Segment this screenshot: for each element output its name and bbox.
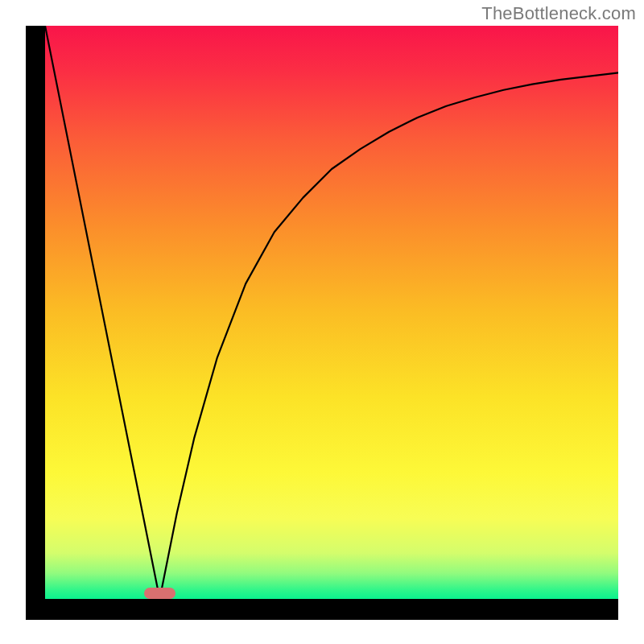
plot-area <box>45 26 618 599</box>
chart-frame: TheBottleneck.com <box>0 0 644 644</box>
gradient-background <box>45 26 618 599</box>
plot-svg <box>45 26 618 599</box>
attribution-label: TheBottleneck.com <box>481 3 636 24</box>
optimal-marker <box>144 588 175 599</box>
